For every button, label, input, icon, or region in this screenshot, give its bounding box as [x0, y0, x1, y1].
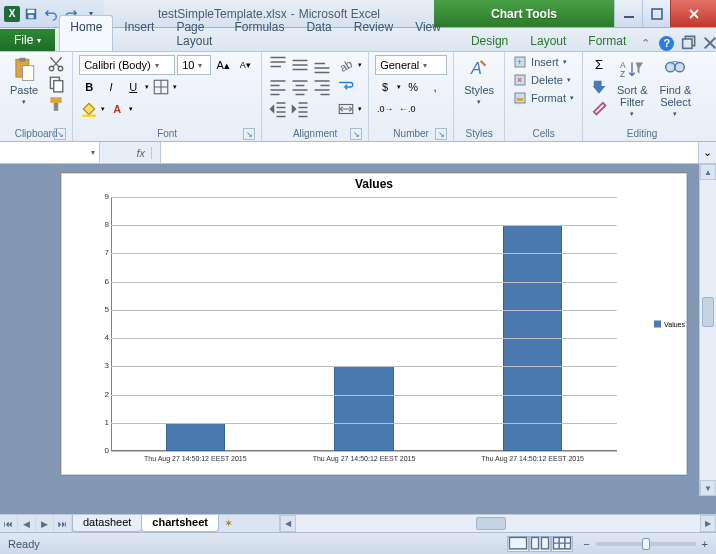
border-icon[interactable] — [151, 77, 171, 97]
tab-formulas[interactable]: Formulas — [223, 15, 295, 51]
help-icon[interactable]: ? — [659, 36, 674, 51]
orientation-icon[interactable]: ab — [336, 55, 356, 75]
normal-view-icon[interactable] — [507, 536, 529, 552]
prev-sheet-icon[interactable]: ◀ — [18, 515, 36, 532]
sort-filter-button[interactable]: AZ Sort & Filter▾ — [613, 54, 652, 120]
format-cells-button[interactable]: Format ▾ — [511, 90, 576, 106]
last-sheet-icon[interactable]: ⏭ — [54, 515, 72, 532]
autosum-icon[interactable]: Σ — [589, 54, 609, 74]
status-bar: Ready − + — [0, 532, 716, 554]
formula-input[interactable] — [160, 142, 698, 163]
tab-insert[interactable]: Insert — [113, 15, 165, 51]
vertical-scrollbar[interactable]: ▲ ▼ — [699, 164, 716, 496]
fill-color-icon[interactable] — [79, 99, 99, 119]
insert-sheet-icon[interactable]: ✶ — [219, 515, 239, 532]
next-sheet-icon[interactable]: ▶ — [36, 515, 54, 532]
page-break-view-icon[interactable] — [551, 536, 573, 552]
bar[interactable] — [166, 423, 225, 451]
zoom-slider[interactable] — [596, 542, 696, 546]
format-painter-icon[interactable] — [46, 94, 66, 114]
sheet-tabs-bar: ⏮ ◀ ▶ ⏭ datasheetchartsheet ✶ ◀ ▶ — [0, 514, 716, 532]
increase-font-icon[interactable]: A▴ — [213, 55, 233, 75]
delete-cells-button[interactable]: ×Delete ▾ — [511, 72, 573, 88]
svg-point-28 — [666, 63, 675, 72]
merge-center-icon[interactable] — [336, 99, 356, 119]
scroll-up-icon[interactable]: ▲ — [700, 164, 716, 180]
number-format-combo[interactable]: General▾ — [375, 55, 447, 75]
window-restore-icon[interactable] — [680, 35, 696, 51]
tab-design[interactable]: Design — [460, 29, 519, 51]
close-button[interactable] — [670, 0, 716, 27]
tab-page-layout[interactable]: Page Layout — [165, 15, 223, 51]
font-launcher-icon[interactable]: ↘ — [243, 128, 255, 140]
scroll-down-icon[interactable]: ▼ — [700, 480, 716, 496]
clipboard-launcher-icon[interactable]: ↘ — [54, 128, 66, 140]
accounting-format-icon[interactable]: $ — [375, 77, 395, 97]
comma-format-icon[interactable]: , — [425, 77, 445, 97]
zoom-out-icon[interactable]: − — [583, 538, 589, 550]
context-tools-title: Chart Tools — [434, 0, 614, 27]
number-launcher-icon[interactable]: ↘ — [435, 128, 447, 140]
fx-button[interactable]: fx — [130, 147, 152, 159]
tab-layout[interactable]: Layout — [519, 29, 577, 51]
paste-button[interactable]: Paste▾ — [6, 54, 42, 108]
zoom-in-icon[interactable]: + — [702, 538, 708, 550]
insert-cells-button[interactable]: +Insert ▾ — [511, 54, 569, 70]
scroll-left-icon[interactable]: ◀ — [280, 515, 296, 532]
name-box[interactable]: ▾ — [0, 142, 100, 163]
find-select-button[interactable]: Find & Select▾ — [656, 54, 696, 120]
scroll-right-icon[interactable]: ▶ — [700, 515, 716, 532]
increase-indent-icon[interactable] — [290, 99, 310, 119]
group-label-number: Number — [393, 128, 429, 139]
alignment-launcher-icon[interactable]: ↘ — [350, 128, 362, 140]
fill-icon[interactable] — [589, 76, 609, 96]
font-color-icon[interactable]: A — [107, 99, 127, 119]
font-size-combo[interactable]: 10▾ — [177, 55, 211, 75]
clear-icon[interactable] — [589, 98, 609, 118]
align-top-icon[interactable] — [268, 55, 288, 75]
align-left-icon[interactable] — [268, 77, 288, 97]
wrap-text-icon[interactable] — [336, 77, 356, 97]
page-layout-view-icon[interactable] — [529, 536, 551, 552]
file-tab[interactable]: File▾ — [0, 29, 55, 51]
increase-decimal-icon[interactable]: .0→ — [375, 99, 395, 119]
scroll-thumb[interactable] — [702, 297, 714, 327]
sheet-tab-chartsheet[interactable]: chartsheet — [141, 515, 219, 532]
font-name-combo[interactable]: Calibri (Body)▾ — [79, 55, 175, 75]
tab-home[interactable]: Home — [59, 15, 113, 51]
tab-format[interactable]: Format — [577, 29, 637, 51]
tab-data[interactable]: Data — [295, 15, 342, 51]
chart-legend: Values — [654, 321, 685, 328]
hscroll-thumb[interactable] — [476, 517, 506, 530]
decrease-decimal-icon[interactable]: ←.0 — [397, 99, 417, 119]
save-icon[interactable] — [22, 5, 40, 23]
tab-view[interactable]: View — [404, 15, 452, 51]
svg-rect-16 — [82, 115, 96, 117]
align-middle-icon[interactable] — [290, 55, 310, 75]
minimize-button[interactable] — [614, 0, 642, 27]
align-center-icon[interactable] — [290, 77, 310, 97]
minimize-ribbon-icon[interactable]: ⌃ — [637, 35, 653, 51]
sheet-tab-datasheet[interactable]: datasheet — [72, 515, 142, 532]
align-bottom-icon[interactable] — [312, 55, 332, 75]
first-sheet-icon[interactable]: ⏮ — [0, 515, 18, 532]
maximize-button[interactable] — [642, 0, 670, 27]
italic-button[interactable]: I — [101, 77, 121, 97]
plot-area: 0123456789 — [111, 197, 617, 451]
horizontal-scrollbar[interactable]: ◀ ▶ — [279, 515, 716, 532]
align-right-icon[interactable] — [312, 77, 332, 97]
styles-button[interactable]: A Styles▾ — [460, 54, 498, 108]
chart[interactable]: Values 0123456789 Thu Aug 27 14:50:12 EE… — [60, 172, 688, 476]
window-close-icon[interactable] — [702, 35, 716, 51]
percent-format-icon[interactable]: % — [403, 77, 423, 97]
undo-icon[interactable] — [42, 5, 60, 23]
expand-formula-icon[interactable]: ⌄ — [698, 142, 716, 163]
cut-icon[interactable] — [46, 54, 66, 74]
decrease-font-icon[interactable]: A▾ — [235, 55, 255, 75]
underline-button[interactable]: U — [123, 77, 143, 97]
bold-button[interactable]: B — [79, 77, 99, 97]
tab-review[interactable]: Review — [343, 15, 404, 51]
decrease-indent-icon[interactable] — [268, 99, 288, 119]
bar[interactable] — [334, 366, 393, 451]
copy-icon[interactable] — [46, 74, 66, 94]
